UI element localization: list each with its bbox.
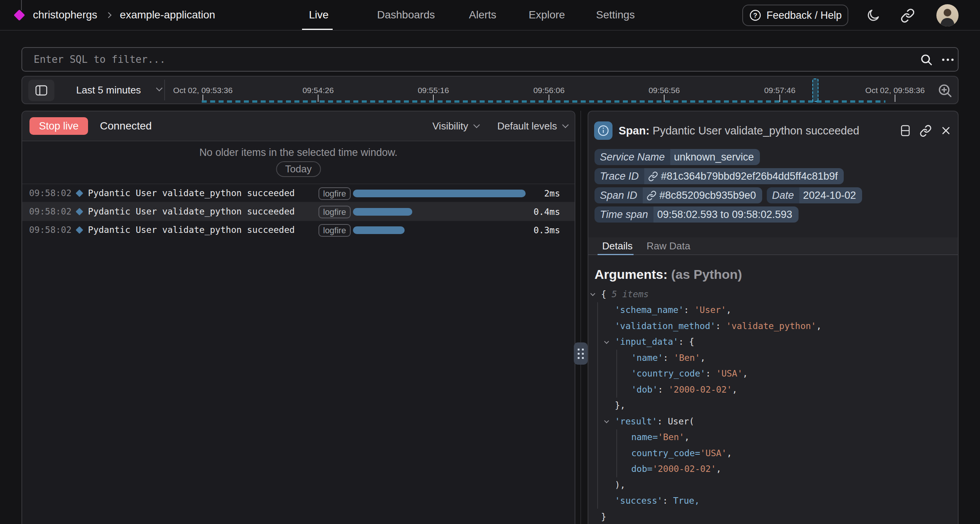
trace-id-label: Trace ID <box>595 168 644 184</box>
duration-label: 0.3ms <box>534 221 560 239</box>
timeline-current-marker[interactable] <box>812 79 818 102</box>
breadcrumb: christophergs example-application <box>33 0 215 30</box>
chevron-down-icon <box>156 85 163 92</box>
time-range-select[interactable]: Last 5 minutes <box>76 77 141 103</box>
tab-raw-data[interactable]: Raw Data <box>647 237 690 254</box>
duration-track <box>353 226 533 234</box>
logfire-app: christophergs example-application Live D… <box>0 0 980 524</box>
logfire-tag: logfire <box>318 206 351 218</box>
feedback-help-button[interactable]: ? Feedback / Help <box>742 5 848 26</box>
timeline-tick-label: Oct 02, 09:58:36 <box>865 86 924 95</box>
duration-label: 2ms <box>544 184 560 203</box>
log-rows: 09:58:02 Pydantic User validate_python s… <box>22 183 575 239</box>
logfire-tag: logfire <box>318 224 351 237</box>
code-line: { 5 items <box>595 286 956 302</box>
arguments-heading: Arguments: (as Python) <box>595 267 742 282</box>
tab-dashboards[interactable]: Dashboards <box>377 0 435 30</box>
theme-toggle-moon-icon[interactable] <box>866 8 880 23</box>
visibility-label: Visibility <box>432 120 468 132</box>
sql-filter-input[interactable]: Enter SQL to filter... <box>21 47 959 72</box>
code-line: }, <box>595 398 956 414</box>
breadcrumb-org[interactable]: christophergs <box>33 9 97 21</box>
svg-text:?: ? <box>753 12 757 19</box>
duration-track <box>353 190 533 197</box>
span-diamond-icon <box>75 189 83 197</box>
today-button[interactable]: Today <box>276 161 321 177</box>
trace-id-value[interactable]: #81c364b79bbd92ef26b4dd5ff4c81b9f <box>644 168 844 184</box>
split-view-icon[interactable] <box>900 124 911 137</box>
tab-alerts[interactable]: Alerts <box>469 0 497 30</box>
copy-link-icon[interactable] <box>920 124 932 137</box>
breadcrumb-separator-icon <box>106 12 112 18</box>
sidebar-toggle-button[interactable] <box>28 80 54 101</box>
logo-line <box>21 0 22 10</box>
search-icon[interactable] <box>920 53 933 67</box>
span-title-label: Span: <box>619 124 650 137</box>
duration-bar <box>353 190 526 197</box>
sql-filter-placeholder: Enter SQL to filter... <box>34 48 165 71</box>
service-name-label: Service Name <box>595 149 670 165</box>
tab-settings[interactable]: Settings <box>596 0 635 30</box>
feedback-help-label: Feedback / Help <box>766 10 842 21</box>
visibility-dropdown[interactable]: Visibility <box>432 120 479 132</box>
code-line: } <box>595 509 956 524</box>
timeline-tick <box>895 95 895 102</box>
date-value: 2024-10-02 <box>799 187 862 203</box>
timeline-activity-line <box>202 100 885 103</box>
span-detail-header: Span: Pydantic User validate_python succ… <box>594 121 952 140</box>
log-timestamp: 09:58:02 <box>29 188 72 198</box>
panel-resize-handle[interactable] <box>574 342 588 365</box>
timeline-tick-label: 09:56:56 <box>648 86 680 95</box>
duration-label: 0.4ms <box>534 203 560 221</box>
more-options-icon[interactable] <box>940 53 956 67</box>
zoom-in-icon[interactable] <box>937 83 953 99</box>
code-line: 'country_code': 'USA', <box>595 366 956 382</box>
chevron-down-icon <box>473 122 480 128</box>
duration-bar <box>353 208 412 216</box>
code-line: 'name': 'Ben', <box>595 350 956 366</box>
detail-tabs: Details Raw Data <box>588 237 958 255</box>
log-timestamp: 09:58:02 <box>29 206 72 216</box>
timeline-divider <box>164 80 165 100</box>
code-line: 'success': True, <box>595 493 956 509</box>
stop-live-button[interactable]: Stop live <box>29 117 88 135</box>
collapse-caret-icon[interactable] <box>604 418 609 423</box>
link-icon <box>648 171 658 181</box>
date-badge: Date 2024-10-02 <box>767 187 862 203</box>
user-avatar[interactable] <box>936 4 959 26</box>
tab-details-underline <box>598 254 634 255</box>
span-title-text: Pydantic User validate_python succeeded <box>653 124 859 137</box>
time-span-badge: Time span 09:58:02.593 to 09:58:02.593 <box>595 206 799 223</box>
collapse-caret-icon[interactable] <box>590 291 595 296</box>
empty-state: No older items in the selected time wind… <box>22 141 575 183</box>
question-circle-icon: ? <box>749 9 762 22</box>
share-link-icon[interactable] <box>900 8 915 23</box>
breadcrumb-project[interactable]: example-application <box>120 9 215 21</box>
log-timestamp: 09:58:02 <box>29 225 72 235</box>
service-name-value: unknown_service <box>670 149 760 165</box>
tab-live[interactable]: Live <box>309 0 328 30</box>
trace-id-badge: Trace ID #81c364b79bbd92ef26b4dd5ff4c81b… <box>595 168 844 184</box>
logfire-logo[interactable] <box>14 10 25 21</box>
duration-bar <box>353 226 405 234</box>
span-attributes: Service Name unknown_service Trace ID #8… <box>595 149 954 226</box>
log-row[interactable]: 09:58:02 Pydantic User validate_python s… <box>22 220 575 239</box>
close-icon[interactable] <box>940 125 952 136</box>
code-line: country_code='USA', <box>595 445 956 461</box>
default-levels-dropdown[interactable]: Default levels <box>497 120 568 132</box>
log-row[interactable]: 09:58:02 Pydantic User validate_python s… <box>22 183 575 202</box>
tab-explore[interactable]: Explore <box>529 0 565 30</box>
span-id-value[interactable]: #8c85209cb935b9e0 <box>643 187 762 203</box>
code-line: 'result': User( <box>595 413 956 429</box>
code-line: dob='2000-02-02', <box>595 461 956 477</box>
code-line: 'input_data': { <box>595 334 956 350</box>
code-line: 'dob': '2000-02-02', <box>595 382 956 398</box>
duration-track <box>353 208 533 216</box>
log-row[interactable]: 09:58:02 Pydantic User validate_python s… <box>22 202 575 220</box>
collapse-caret-icon[interactable] <box>604 339 609 344</box>
live-view-panel: Stop live Connected Visibility Default l… <box>21 111 575 524</box>
date-label: Date <box>767 187 799 203</box>
span-diamond-icon <box>75 226 83 234</box>
tab-details[interactable]: Details <box>602 237 632 254</box>
top-nav: christophergs example-application Live D… <box>0 0 980 31</box>
